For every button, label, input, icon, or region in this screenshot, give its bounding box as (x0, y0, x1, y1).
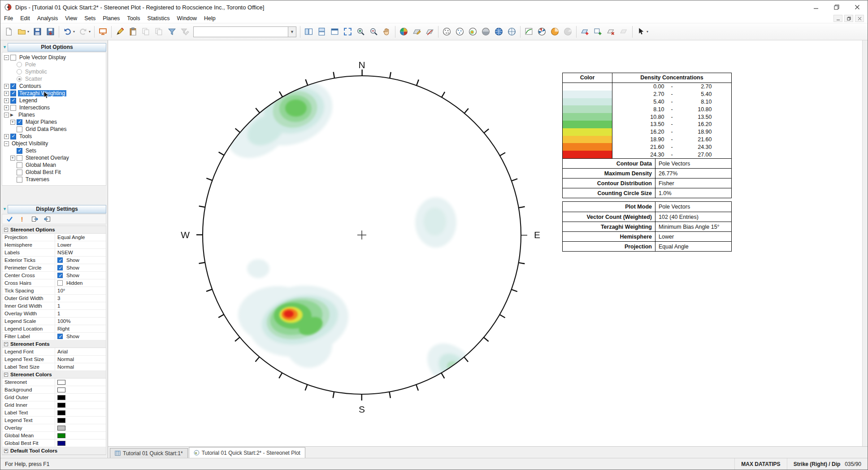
tree-item-tools[interactable]: Tools (4, 133, 106, 140)
prop-row-overlay-width[interactable]: Overlay Width1 (2, 310, 106, 318)
symbol-filter-combo[interactable]: ▼ (193, 26, 296, 37)
radio-button[interactable] (17, 69, 22, 74)
edit-pen-button[interactable] (113, 25, 126, 38)
paste-button[interactable] (126, 25, 139, 38)
minimize-button[interactable] (806, 0, 826, 14)
prop-section-stereonet-options[interactable]: Stereonet Options (2, 226, 106, 234)
zoom-extents-button[interactable] (341, 25, 354, 38)
stereonet-view[interactable]: N E S W Color Density Concentrations (108, 40, 862, 446)
tree-item-pole-vector-display[interactable]: Pole Vector Display (4, 54, 106, 61)
collapse-arrow-icon[interactable]: ▼ (2, 207, 8, 211)
checkbox[interactable] (17, 119, 22, 125)
checkbox[interactable] (17, 148, 22, 154)
prop-row-legend-font[interactable]: Legend FontArial (2, 348, 106, 356)
undo-dropdown-arrow[interactable]: ▾ (73, 30, 77, 34)
menu-window[interactable]: Window (174, 15, 200, 22)
expander-icon[interactable] (4, 55, 9, 60)
zoom-out-button[interactable] (367, 25, 380, 38)
prop-row-exterior-ticks[interactable]: Exterior TicksShow (2, 257, 106, 264)
delete-tool-button[interactable] (604, 25, 617, 38)
expander-icon[interactable] (4, 98, 9, 103)
checkbox[interactable] (17, 126, 22, 132)
stereo-sphere-button[interactable] (397, 25, 410, 38)
menu-sets[interactable]: Sets (81, 15, 99, 22)
add-window-button[interactable] (591, 25, 604, 38)
tree-item-object-visibility[interactable]: Object Visibility (4, 140, 106, 147)
tab-quick-start-1[interactable]: Tutorial 01 Quick Start:1* (110, 448, 188, 458)
color-swatch[interactable] (57, 433, 65, 438)
pie-chart-secondary-button[interactable] (561, 25, 574, 38)
close-button[interactable] (847, 0, 868, 14)
filter-edit-button[interactable] (178, 25, 191, 38)
section-expander-icon[interactable] (4, 373, 8, 377)
menu-planes[interactable]: Planes (99, 15, 123, 22)
prop-section-default-tool-colors[interactable]: Default Tool Colors (2, 447, 106, 455)
plot-options-header[interactable]: ▼ Plot Options (2, 43, 106, 52)
checkbox[interactable] (10, 105, 16, 111)
grid-globe-button[interactable] (505, 25, 518, 38)
prop-row-stereonet-color[interactable]: Stereonet (2, 379, 106, 386)
expander-icon[interactable] (10, 156, 15, 161)
prop-row-background-color[interactable]: Background (2, 386, 106, 394)
expander-icon[interactable] (4, 91, 9, 96)
checkbox[interactable] (10, 134, 16, 139)
prop-row-label-text-size[interactable]: Label Text SizeNormal (2, 363, 106, 371)
export-settings-button[interactable] (30, 215, 39, 223)
color-swatch[interactable] (57, 410, 65, 415)
split-vertical-button[interactable] (302, 25, 315, 38)
pie-chart-button[interactable] (548, 25, 561, 38)
contour-plot-button[interactable] (466, 25, 479, 38)
prop-row-global-mean-color[interactable]: Global Mean (2, 432, 106, 440)
checkbox[interactable] (57, 273, 63, 278)
expander-icon[interactable] (4, 105, 9, 110)
new-file-button[interactable] (2, 25, 15, 38)
presentation-button[interactable] (96, 25, 109, 38)
prop-row-labels[interactable]: LabelsNSEW (2, 249, 106, 257)
tree-item-grid-data-planes[interactable]: Grid Data Planes (4, 126, 106, 133)
export-file-button[interactable] (44, 25, 57, 38)
menu-statistics[interactable]: Statistics (144, 15, 174, 22)
copy-button[interactable] (139, 25, 152, 38)
expander-icon[interactable] (4, 113, 9, 118)
import-settings-button[interactable] (43, 215, 51, 223)
alert-button[interactable]: ! (18, 215, 26, 223)
checkbox[interactable] (10, 55, 16, 61)
prop-row-grid-outer-color[interactable]: Grid Outer (2, 394, 106, 401)
collapse-arrow-icon[interactable]: ▼ (2, 45, 8, 49)
checkbox[interactable] (10, 98, 16, 104)
scatter-plot-button[interactable] (453, 25, 466, 38)
color-swatch[interactable] (57, 441, 65, 446)
extra-tool-button[interactable] (617, 25, 630, 38)
expander-icon[interactable] (10, 120, 15, 125)
select-arrow-button[interactable] (634, 25, 647, 38)
save-button[interactable] (31, 25, 44, 38)
undo-button[interactable] (61, 25, 74, 38)
color-swatch[interactable] (57, 380, 65, 385)
prop-row-center-cross[interactable]: Center CrossShow (2, 272, 106, 279)
prop-row-legend-text-color[interactable]: Legend Text (2, 417, 106, 424)
gray-sphere-button[interactable] (479, 25, 492, 38)
restore-button[interactable] (826, 0, 847, 14)
tree-item-terzaghi-weighting[interactable]: Terzaghi Weighting (4, 90, 106, 97)
color-swatch[interactable] (57, 387, 65, 392)
prop-row-cross-hairs[interactable]: Cross HairsHidden (2, 279, 106, 287)
prop-row-legend-scale[interactable]: Legend Scale100% (2, 318, 106, 325)
tree-item-traverses[interactable]: Traverses (4, 176, 106, 183)
open-dropdown-arrow[interactable]: ▾ (27, 30, 31, 34)
tree-item-legend[interactable]: Legend (4, 97, 106, 104)
menu-view[interactable]: View (61, 15, 81, 22)
apply-button[interactable] (5, 215, 13, 223)
menu-edit[interactable]: Edit (17, 15, 34, 22)
checkbox[interactable] (57, 265, 63, 270)
radio-button[interactable] (17, 62, 22, 67)
pole-plot-button[interactable] (440, 25, 453, 38)
radio-button[interactable] (17, 76, 22, 82)
tree-item-symbolic[interactable]: Symbolic (4, 68, 106, 75)
prop-row-legend-location[interactable]: Legend LocationRight (2, 325, 106, 333)
tree-item-pole[interactable]: Pole (4, 61, 106, 68)
tree-item-intersections[interactable]: Intersections (4, 104, 106, 111)
filter-button[interactable] (165, 25, 178, 38)
prop-row-inner-grid-width[interactable]: Inner Grid Width1 (2, 302, 106, 310)
menu-analysis[interactable]: Analysis (34, 15, 62, 22)
stereonet-plot[interactable]: N E S W (108, 40, 862, 446)
